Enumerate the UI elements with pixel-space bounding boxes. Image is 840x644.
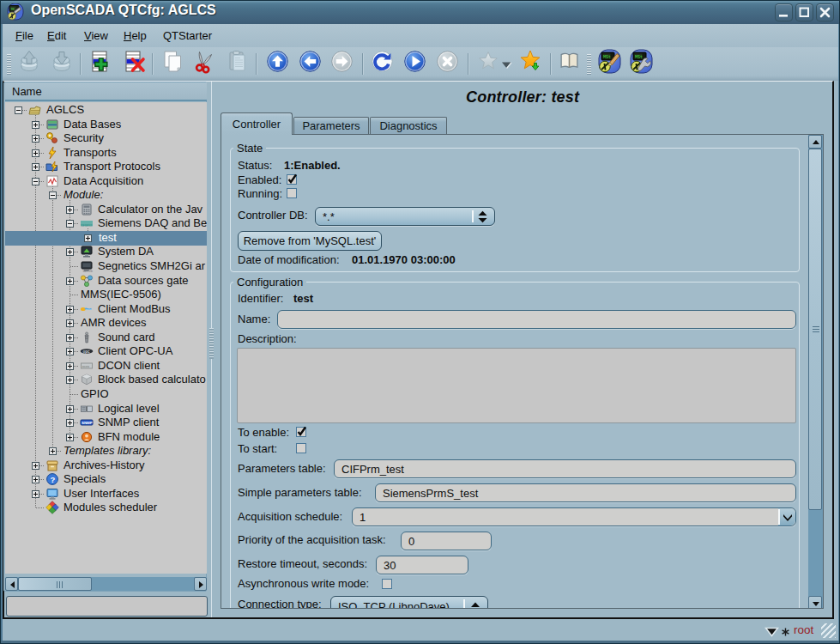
svg-text:opc: opc xyxy=(82,349,90,354)
svg-text:36: 36 xyxy=(11,7,15,11)
svg-text:SNMP: SNMP xyxy=(82,421,93,425)
svg-text:SIEMENS: SIEMENS xyxy=(81,224,93,228)
svg-text:SMH 2Gi: SMH 2Gi xyxy=(83,270,94,273)
svg-text:MSt: MSt xyxy=(603,55,611,60)
svg-text:?: ? xyxy=(51,475,56,484)
svg-text:MSt: MSt xyxy=(635,55,643,60)
svg-text:DCON: DCON xyxy=(82,365,89,368)
